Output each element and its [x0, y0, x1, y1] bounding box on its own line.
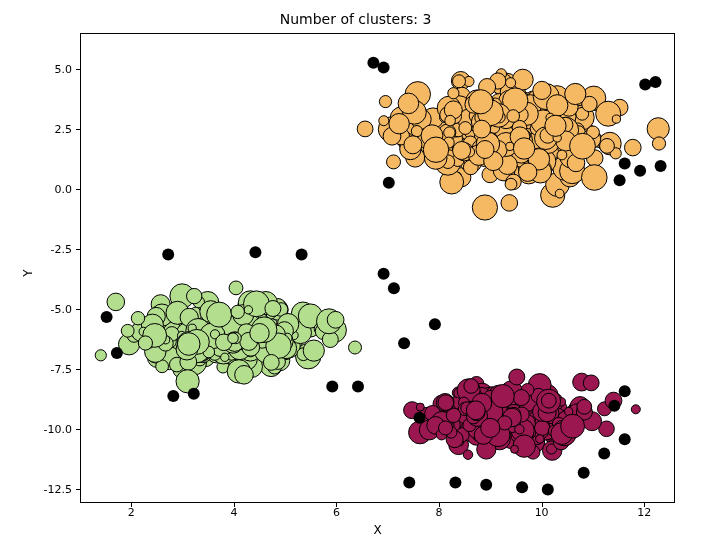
point-cluster-2 — [631, 405, 640, 414]
point-cluster-0 — [207, 302, 232, 327]
point-cluster-1 — [506, 78, 516, 88]
point-cluster-1 — [545, 115, 566, 136]
point-cluster-0 — [235, 366, 254, 385]
y-tick-label: 2.5 — [22, 122, 72, 135]
point-outlier — [516, 481, 528, 493]
point-cluster-1 — [473, 120, 491, 138]
y-tick-label: -7.5 — [22, 362, 72, 375]
point-cluster-0 — [228, 333, 239, 344]
point-cluster-2 — [466, 401, 485, 420]
chart-title: Number of clusters: 3 — [0, 11, 711, 27]
y-tick-label: -12.5 — [22, 482, 72, 495]
point-cluster-1 — [379, 96, 391, 108]
y-axis-label: Y — [18, 0, 38, 545]
point-outlier — [249, 246, 261, 258]
point-cluster-2 — [513, 390, 529, 406]
point-cluster-2 — [583, 375, 599, 391]
point-outlier — [167, 390, 179, 402]
point-cluster-1 — [476, 141, 494, 159]
point-cluster-2 — [509, 369, 525, 385]
point-cluster-1 — [357, 121, 373, 137]
point-cluster-0 — [229, 281, 243, 295]
figure: Number of clusters: 3 Y X 24681012 -12.5… — [0, 0, 711, 545]
point-cluster-2 — [439, 421, 453, 435]
x-tick-label: 8 — [436, 506, 443, 519]
point-cluster-1 — [557, 150, 567, 160]
point-outlier — [598, 448, 610, 460]
point-cluster-2 — [577, 399, 592, 414]
point-outlier — [639, 78, 651, 90]
point-outlier — [480, 479, 492, 491]
point-cluster-2 — [416, 403, 424, 411]
point-cluster-2 — [463, 450, 472, 459]
point-outlier — [352, 381, 364, 393]
point-cluster-0 — [349, 341, 362, 354]
point-cluster-2 — [464, 379, 479, 394]
point-outlier — [619, 158, 631, 170]
point-cluster-1 — [565, 83, 586, 104]
point-cluster-0 — [244, 306, 252, 314]
point-cluster-1 — [453, 75, 466, 88]
x-axis-label: X — [80, 523, 675, 537]
point-cluster-1 — [533, 81, 551, 99]
point-cluster-0 — [221, 353, 229, 361]
point-cluster-2 — [491, 385, 514, 408]
point-outlier — [378, 62, 390, 74]
plot-area — [80, 33, 675, 503]
point-outlier — [398, 337, 410, 349]
point-cluster-1 — [652, 137, 665, 150]
point-cluster-0 — [95, 350, 106, 361]
point-cluster-0 — [177, 333, 200, 356]
point-cluster-1 — [507, 110, 520, 123]
point-cluster-0 — [121, 324, 134, 337]
point-cluster-1 — [453, 142, 471, 160]
y-tick-label: -10.0 — [22, 422, 72, 435]
point-cluster-0 — [231, 305, 244, 318]
point-cluster-0 — [107, 293, 125, 311]
point-cluster-1 — [423, 137, 448, 162]
y-tick-label: -2.5 — [22, 242, 72, 255]
point-outlier — [326, 381, 338, 393]
point-outlier — [296, 249, 308, 261]
x-tick-label: 6 — [333, 506, 340, 519]
point-outlier — [619, 385, 631, 397]
point-cluster-1 — [600, 139, 615, 154]
point-cluster-0 — [131, 312, 144, 325]
point-cluster-0 — [187, 288, 202, 303]
x-tick-label: 4 — [230, 506, 237, 519]
point-cluster-1 — [398, 93, 419, 114]
point-cluster-1 — [513, 138, 534, 159]
x-tick-label: 2 — [128, 506, 135, 519]
point-cluster-0 — [303, 340, 324, 361]
point-outlier — [188, 388, 200, 400]
point-cluster-1 — [444, 127, 455, 138]
point-cluster-0 — [327, 311, 344, 328]
point-cluster-1 — [389, 114, 409, 134]
point-outlier — [608, 400, 620, 412]
point-outlier — [414, 412, 426, 424]
point-cluster-1 — [582, 165, 608, 191]
point-cluster-1 — [512, 69, 533, 90]
point-outlier — [383, 177, 395, 189]
point-outlier — [614, 174, 626, 186]
point-cluster-1 — [501, 195, 518, 212]
point-cluster-1 — [519, 163, 537, 181]
x-tick-label: 12 — [637, 506, 651, 519]
point-cluster-0 — [263, 355, 279, 371]
point-cluster-1 — [570, 133, 596, 159]
point-cluster-1 — [612, 115, 620, 123]
point-cluster-2 — [511, 445, 519, 453]
point-cluster-1 — [387, 155, 401, 169]
point-cluster-1 — [505, 178, 517, 190]
point-cluster-2 — [536, 435, 544, 443]
point-outlier — [403, 476, 415, 488]
point-cluster-0 — [250, 324, 269, 343]
point-cluster-0 — [265, 301, 281, 317]
point-cluster-1 — [448, 88, 459, 99]
point-cluster-2 — [535, 420, 550, 435]
point-cluster-1 — [555, 189, 564, 198]
point-outlier — [162, 249, 174, 261]
point-outlier — [650, 76, 662, 88]
point-outlier — [367, 57, 379, 69]
point-cluster-2 — [481, 418, 500, 437]
